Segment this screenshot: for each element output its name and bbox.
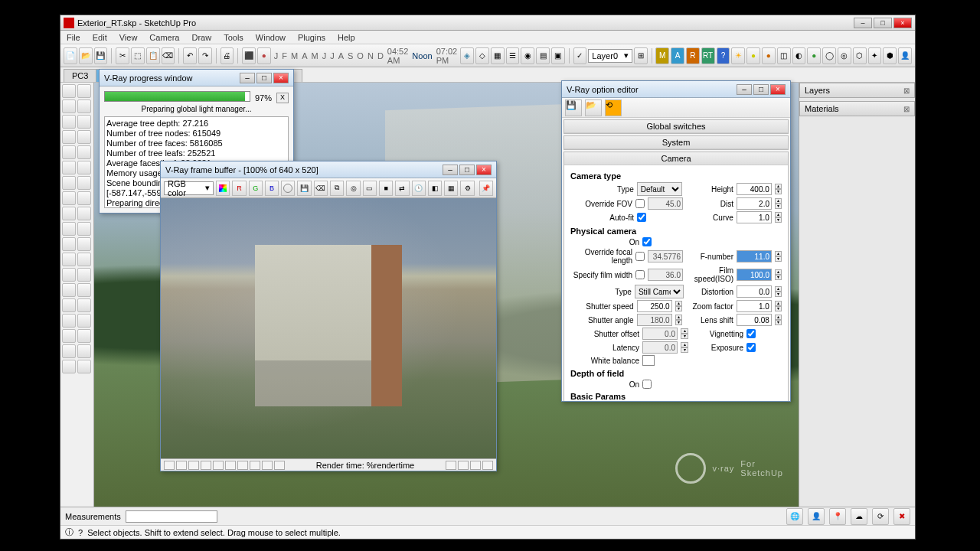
rollup-system[interactable]: System [564, 136, 788, 149]
physcam-type-dropdown[interactable]: Still Camera [635, 285, 684, 298]
fb-tool-icon[interactable] [213, 461, 224, 470]
misc5-icon[interactable]: ⬢ [883, 47, 897, 64]
protractor-icon[interactable] [77, 191, 91, 205]
corrections-icon[interactable]: ⚙ [460, 181, 474, 196]
close-button[interactable]: × [893, 18, 912, 28]
shadows-icon[interactable] [62, 360, 76, 373]
shutter-speed-input[interactable] [637, 300, 672, 312]
distortion-input[interactable] [737, 285, 772, 298]
zoom-icon[interactable] [62, 253, 76, 266]
text-icon[interactable] [77, 207, 91, 220]
misc1-icon[interactable]: ◯ [822, 47, 836, 64]
minimize-button[interactable]: – [854, 18, 872, 28]
cloud-icon[interactable]: ☁ [851, 508, 867, 525]
fb-tool-icon[interactable] [470, 461, 481, 470]
copy-icon[interactable]: ⬚ [131, 47, 145, 64]
compare-icon[interactable]: ◧ [428, 181, 442, 196]
pin-icon[interactable]: 📌 [479, 181, 493, 196]
scenes-icon[interactable] [77, 344, 91, 358]
layer-mgr-icon[interactable]: ⊞ [634, 47, 648, 64]
prev-icon[interactable] [77, 268, 91, 282]
component-icon[interactable] [77, 314, 91, 328]
fov-input[interactable] [648, 197, 683, 210]
layer-vis-icon[interactable]: ✓ [573, 47, 587, 64]
physcam-on-checkbox[interactable] [642, 237, 652, 246]
close-button[interactable]: × [770, 84, 786, 95]
zoomext-icon[interactable] [62, 268, 76, 282]
redo-icon[interactable]: ↷ [198, 47, 212, 64]
offset-icon[interactable] [77, 176, 91, 190]
blue-channel-button[interactable]: B [265, 181, 279, 196]
ofl-checkbox[interactable] [635, 252, 645, 261]
axes-icon[interactable] [62, 222, 76, 236]
green-channel-button[interactable]: G [249, 181, 263, 196]
vray-stack-icon[interactable]: ☰ [506, 47, 520, 64]
region-icon[interactable]: ▭ [363, 181, 377, 196]
arc-icon[interactable] [62, 130, 76, 144]
vray-layers-icon[interactable]: ▦ [491, 47, 505, 64]
shutter-angle-input[interactable] [637, 314, 672, 326]
render-image[interactable] [161, 198, 496, 458]
iso-input[interactable] [737, 269, 772, 281]
zoomwin-icon[interactable] [77, 253, 91, 266]
latency-input[interactable] [642, 341, 678, 354]
vfb-icon[interactable]: ▦ [444, 181, 458, 196]
vray-bucket-icon[interactable]: ▤ [536, 47, 550, 64]
pan-icon[interactable] [77, 237, 91, 251]
tape-icon[interactable] [62, 191, 76, 205]
globe-icon[interactable]: 🌐 [786, 508, 803, 525]
erase-icon[interactable]: ⌫ [162, 47, 175, 64]
misc4-icon[interactable]: ✦ [868, 47, 882, 64]
clone-icon[interactable]: ⧉ [330, 181, 344, 196]
materials-icon[interactable] [62, 329, 76, 343]
white-balance-swatch[interactable] [642, 355, 655, 366]
maximize-button[interactable]: □ [753, 84, 769, 95]
fb-tool-icon[interactable] [274, 461, 285, 470]
paint-icon[interactable] [62, 314, 76, 328]
rollup-camera[interactable]: Camera [564, 152, 788, 165]
undo-icon[interactable]: ↶ [183, 47, 197, 64]
outliner-icon[interactable] [62, 344, 76, 358]
maximize-button[interactable]: □ [459, 165, 475, 175]
3dtext-icon[interactable] [77, 222, 91, 236]
zoom-input[interactable] [737, 300, 772, 312]
height-input[interactable] [737, 183, 772, 195]
orbit-icon[interactable] [62, 237, 76, 251]
minimize-button[interactable]: – [443, 165, 458, 175]
open-icon[interactable]: 📂 [79, 47, 93, 64]
menu-draw[interactable]: Draw [188, 31, 214, 44]
a-icon[interactable]: A [671, 47, 684, 64]
menu-camera[interactable]: Camera [146, 31, 182, 44]
sphere-o-icon[interactable]: ● [762, 47, 776, 64]
menu-window[interactable]: Window [253, 31, 289, 44]
red-channel-button[interactable]: R [232, 181, 246, 196]
menu-view[interactable]: View [116, 31, 141, 44]
freehand-icon[interactable] [77, 99, 91, 113]
fb-tool-icon[interactable] [250, 461, 260, 470]
link-icon[interactable]: ⇄ [395, 181, 409, 196]
new-icon[interactable]: 📄 [64, 47, 77, 64]
section-icon[interactable] [77, 298, 91, 312]
fb-tool-icon[interactable] [188, 461, 199, 470]
sphere-y-icon[interactable]: ● [746, 47, 760, 64]
geo-icon[interactable]: 📍 [829, 508, 846, 525]
override-fov-checkbox[interactable] [635, 199, 645, 208]
scene-tab[interactable]: PC3 [64, 69, 96, 82]
walk-icon[interactable] [62, 298, 76, 312]
circle-icon[interactable] [77, 115, 91, 129]
camera-type-dropdown[interactable]: Default [637, 182, 682, 196]
fb-tool-icon[interactable] [237, 461, 248, 470]
print-icon[interactable]: 🖨 [220, 47, 234, 64]
vignetting-checkbox[interactable] [746, 329, 756, 338]
maximize-button[interactable]: □ [256, 73, 272, 83]
autofit-checkbox[interactable] [637, 213, 646, 222]
rollup-global-switches[interactable]: Global switches [564, 120, 788, 133]
menu-file[interactable]: File [64, 31, 83, 44]
polygon-icon[interactable] [77, 130, 91, 144]
rect-icon[interactable] [62, 115, 76, 129]
misc6-icon[interactable]: 👤 [898, 47, 912, 64]
measurements-input[interactable] [126, 510, 217, 523]
vray-cube-icon[interactable]: ◈ [460, 47, 474, 64]
ofl-input[interactable] [648, 250, 683, 262]
stop-icon[interactable]: ■ [379, 181, 393, 196]
